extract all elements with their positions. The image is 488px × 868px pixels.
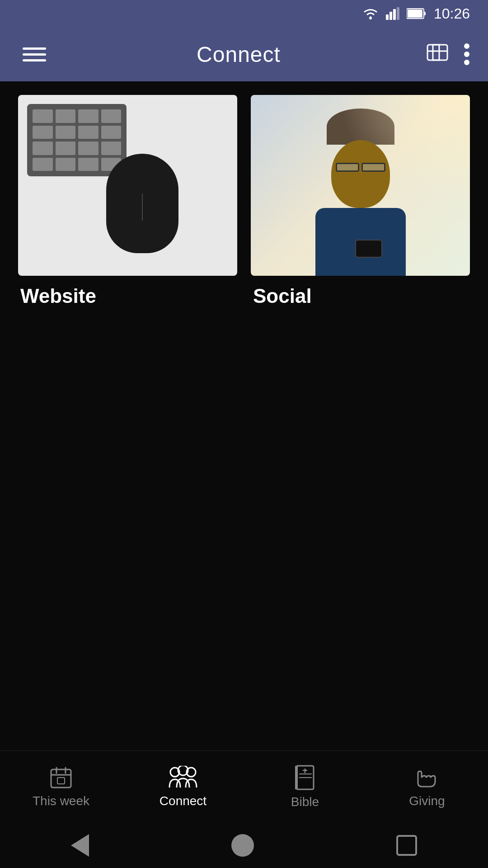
more-icon — [464, 42, 470, 66]
hand-icon — [413, 766, 441, 789]
svg-rect-2 — [389, 12, 392, 20]
svg-rect-8 — [427, 45, 447, 60]
svg-point-13 — [464, 60, 469, 65]
content-area: Website — [0, 81, 488, 321]
nav-label-this-week: This week — [33, 794, 89, 808]
home-button[interactable] — [231, 834, 254, 857]
status-time: 10:26 — [434, 5, 470, 22]
svg-rect-14 — [51, 769, 71, 788]
social-label: Social — [251, 285, 470, 307]
nav-label-bible: Bible — [291, 795, 319, 809]
svg-rect-6 — [408, 9, 422, 18]
menu-line-1 — [23, 47, 46, 50]
website-label: Website — [18, 285, 237, 307]
svg-rect-3 — [393, 9, 396, 20]
svg-point-0 — [369, 17, 372, 19]
svg-rect-18 — [57, 778, 65, 784]
svg-rect-1 — [386, 14, 389, 20]
app-bar: Connect — [0, 27, 488, 81]
group-icon — [169, 766, 197, 789]
svg-point-11 — [464, 43, 469, 49]
signal-icon — [386, 7, 399, 20]
website-image — [18, 95, 237, 276]
recents-icon — [396, 835, 417, 856]
website-card-image — [18, 95, 237, 276]
nav-label-connect: Connect — [160, 794, 206, 808]
svg-point-12 — [464, 52, 469, 57]
svg-rect-4 — [397, 7, 399, 20]
recents-button[interactable] — [396, 835, 417, 856]
nav-label-giving: Giving — [409, 794, 445, 808]
message-icon — [427, 44, 450, 65]
nav-item-connect[interactable]: Connect — [122, 761, 244, 813]
menu-line-2 — [23, 53, 46, 56]
status-icons: 10:26 — [362, 5, 470, 22]
wifi-icon — [362, 7, 379, 20]
nav-item-this-week[interactable]: This week — [0, 761, 122, 813]
keyboard-shape — [27, 104, 127, 176]
nav-item-giving[interactable]: Giving — [366, 761, 488, 813]
back-icon — [71, 834, 89, 857]
social-card-image — [251, 95, 470, 276]
book-icon — [295, 765, 315, 790]
system-nav-bar — [0, 823, 488, 868]
menu-line-3 — [23, 59, 46, 61]
app-title: Connect — [51, 42, 427, 67]
battery-icon — [407, 8, 427, 19]
status-bar: 10:26 — [0, 0, 488, 27]
person-silhouette — [297, 104, 424, 267]
svg-rect-9 — [433, 45, 439, 60]
social-card[interactable]: Social — [251, 95, 470, 307]
home-icon — [231, 834, 254, 857]
svg-rect-7 — [424, 12, 426, 15]
bottom-navigation: This week Connect — [0, 750, 488, 823]
message-button[interactable] — [427, 44, 450, 65]
website-card[interactable]: Website — [18, 95, 237, 307]
more-button[interactable] — [464, 42, 470, 66]
mouse-shape — [106, 154, 178, 253]
nav-item-bible[interactable]: Bible — [244, 760, 366, 814]
social-image — [251, 95, 470, 276]
menu-button[interactable] — [18, 43, 51, 66]
back-button[interactable] — [71, 834, 89, 857]
app-bar-actions — [427, 42, 470, 66]
calendar-icon — [49, 766, 73, 789]
